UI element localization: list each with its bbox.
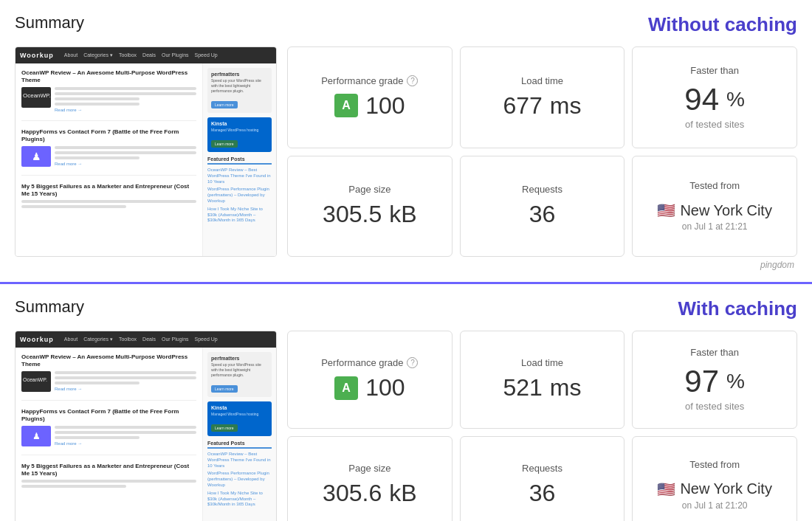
mock-featured: Featured Posts OceanWP Review – Best Wor… [207,156,272,224]
mock-main-top: OceanWP Review – An Awesome Multi-Purpos… [16,63,202,256]
content-area-bottom: Woorkup About Categories ▾ Toolbox Deals… [15,331,797,521]
flag-emoji-bottom: 🇺🇸 [657,480,675,498]
mock-post-2: HappyForms vs Contact Form 7 (Battle of … [21,128,196,176]
grade-number-bottom: 100 [365,374,405,401]
tested-from-city-bottom: New York City [680,480,772,497]
stat-value-page-top: 305.5 kB [323,201,416,228]
stat-tested-from-bottom: Tested from 🇺🇸 New York City on Jul 1 at… [632,436,797,522]
summary-label-bottom: Summary [15,297,84,317]
tested-from-date-bottom: on Jul 1 at 21:20 [682,500,748,511]
stat-label-faster-top: Faster than [690,65,739,76]
stat-value-perf-bottom: A 100 [334,374,405,401]
tested-from-value-top: 🇺🇸 New York City [657,201,772,219]
mock-nav: About Categories ▾ Toolbox Deals Our Plu… [64,52,218,58]
load-time-unit-top: ms [550,92,582,120]
requests-number-bottom: 36 [529,480,556,507]
mock-body-bottom: OceanWP Review – An Awesome Multi-Purpos… [16,348,276,521]
pingdom-label-top: pingdom [15,260,797,270]
flag-emoji-top: 🇺🇸 [657,201,675,219]
mock-post-3: My 5 Biggest Failures as a Marketer and … [21,183,196,217]
help-icon-perf-bottom[interactable]: ? [407,357,418,368]
mock-navbar-bottom: Woorkup About Categories ▾ Toolbox Deals… [16,331,276,348]
screenshot-panel-bottom: Woorkup About Categories ▾ Toolbox Deals… [15,331,277,521]
page-size-unit-bottom: kB [389,480,416,507]
mock-post-b1: OceanWP Review – An Awesome Multi-Purpos… [21,353,196,401]
mock-ad-perfmatters-b: perfmatters Speed up your WordPress site… [207,352,272,397]
stat-label-perf-bottom: Performance grade ? [321,357,418,368]
stat-page-size-top: Page size 305.5 kB [287,156,453,258]
stats-grid-bottom: Performance grade ? A 100 Load time 521 … [287,331,797,521]
stat-performance-grade-bottom: Performance grade ? A 100 [287,331,453,429]
stat-label-tested-top: Tested from [689,180,740,191]
load-time-number-top: 677 [503,92,542,120]
stat-value-requests-bottom: 36 [529,480,556,507]
stat-value-load-top: 677 ms [503,92,581,120]
mock-main-bottom: OceanWP Review – An Awesome Multi-Purpos… [16,348,202,521]
summary-label-top: Summary [15,13,84,32]
mock-ad-kinsta: Kinsta Managed WordPress hosting Learn m… [207,117,272,152]
stat-load-time-bottom: Load time 521 ms [460,331,625,429]
section-with-caching: Summary With caching Woorkup About Categ… [0,284,812,521]
mock-ad-perfmatters: perfmatters Speed up your WordPress site… [207,68,272,113]
stats-grid-top: Performance grade ? A 100 Load time 677 … [287,46,797,257]
stat-label-requests-top: Requests [522,184,562,195]
stat-label-page-top: Page size [348,184,390,195]
stat-value-faster-top: 94 % [684,82,745,117]
mock-brand-bottom: Woorkup [20,336,54,343]
faster-percent-sign-top: % [726,88,745,111]
faster-sub-bottom: of tested sites [685,401,744,412]
stat-faster-than-bottom: Faster than 97 % of tested sites [632,331,797,429]
stat-label-tested-bottom: Tested from [689,459,740,470]
stat-performance-grade-top: Performance grade ? A 100 [287,46,453,148]
mock-thumb-b2: ♟ [21,426,51,446]
page-size-number-bottom: 305.6 [323,480,382,507]
grade-badge-top: A [334,94,358,117]
tested-from-city-top: New York City [680,202,772,219]
stat-label-load-bottom: Load time [521,357,563,368]
requests-number-top: 36 [529,201,556,228]
stat-page-size-bottom: Page size 305.6 kB [287,436,453,522]
mock-featured-b: Featured Posts OceanWP Review – Best Wor… [207,441,272,508]
stat-value-page-bottom: 305.6 kB [323,480,416,507]
section-header-top: Summary Without caching [15,13,797,36]
mock-navbar-top: Woorkup About Categories ▾ Toolbox Deals… [16,47,276,63]
faster-percent-top: 94 [684,82,719,117]
stat-label-load-top: Load time [521,75,563,86]
stat-value-faster-bottom: 97 % [684,364,745,399]
mock-post-b3: My 5 Biggest Failures as a Marketer and … [21,463,196,497]
stat-requests-top: Requests 36 [460,156,625,258]
tested-from-value-bottom: 🇺🇸 New York City [657,480,772,498]
stat-value-requests-top: 36 [529,201,556,228]
screenshot-panel-top: Woorkup About Categories ▾ Toolbox Deals… [15,46,277,257]
stat-label-faster-bottom: Faster than [690,347,739,358]
without-caching-label: Without caching [648,13,797,36]
mock-post-1: OceanWP Review – An Awesome Multi-Purpos… [21,69,196,121]
faster-percent-bottom: 97 [684,364,719,399]
mock-post-b2: HappyForms vs Contact Form 7 (Battle of … [21,408,196,455]
mock-nav-bottom: About Categories ▾ Toolbox Deals Our Plu… [64,337,218,342]
page-size-unit-top: kB [389,201,416,228]
mock-sidebar-bottom: perfmatters Speed up your WordPress site… [202,348,276,521]
with-caching-label: With caching [678,297,797,320]
mock-sidebar-top: perfmatters Speed up your WordPress site… [202,63,276,256]
mock-thumb-2: ♟ [21,146,51,167]
load-time-number-bottom: 521 [503,374,542,401]
grade-number-top: 100 [365,92,405,120]
stat-tested-from-top: Tested from 🇺🇸 New York City on Jul 1 at… [632,156,797,258]
page-size-number-top: 305.5 [323,201,382,228]
load-time-unit-bottom: ms [550,374,582,401]
stat-value-perf-top: A 100 [334,92,405,120]
help-icon-perf-top[interactable]: ? [407,75,418,86]
tested-from-date-top: on Jul 1 at 21:21 [682,221,748,232]
faster-sub-top: of tested sites [685,119,744,130]
stat-label-requests-bottom: Requests [522,463,562,474]
mock-thumb-b1: OceanWP. [21,371,51,392]
website-mockup-bottom: Woorkup About Categories ▾ Toolbox Deals… [16,331,276,521]
grade-badge-bottom: A [334,376,358,400]
section-without-caching: Summary Without caching Woorkup About Ca… [0,0,812,284]
stat-requests-bottom: Requests 36 [460,436,625,522]
stat-label-perf-top: Performance grade ? [321,75,418,86]
section-header-bottom: Summary With caching [15,297,797,320]
faster-percent-sign-bottom: % [726,370,745,393]
stat-load-time-top: Load time 677 ms [460,46,625,148]
